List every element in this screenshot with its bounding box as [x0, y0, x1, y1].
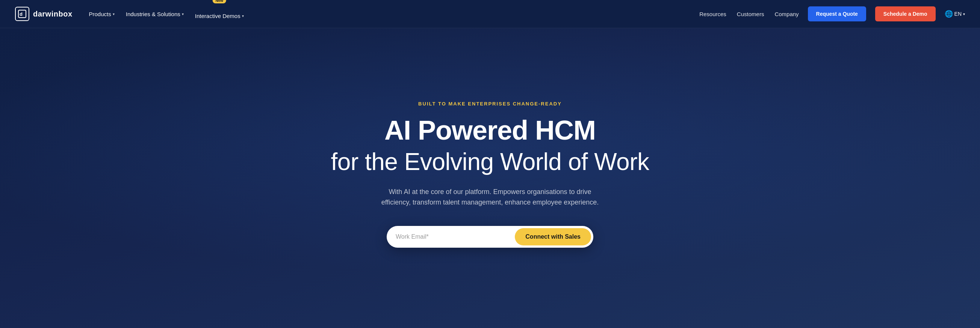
hero-description: With AI at the core of our platform. Emp… — [377, 187, 603, 208]
nav-customers[interactable]: Customers — [737, 11, 764, 17]
nav-right-links: Resources Customers Company — [699, 11, 799, 17]
navbar-left: d darwinbox Products ▾ Industries & Solu… — [15, 6, 248, 22]
language-selector[interactable]: 🌐 EN ▾ — [945, 10, 965, 18]
navbar-right: Resources Customers Company Request a Qu… — [699, 6, 965, 21]
svg-text:d: d — [19, 11, 22, 17]
nav-items: Products ▾ Industries & Solutions ▾ New … — [84, 6, 248, 22]
hero-eyebrow: BUILT TO MAKE ENTERPRISES CHANGE-READY — [331, 101, 649, 106]
interactive-demos-label: Interactive Demos — [195, 13, 240, 19]
schedule-demo-button[interactable]: Schedule a Demo — [875, 6, 935, 21]
work-email-input[interactable] — [396, 228, 515, 246]
logo-text: darwinbox — [33, 10, 73, 18]
hero-section: BUILT TO MAKE ENTERPRISES CHANGE-READY A… — [0, 28, 980, 328]
products-chevron-icon: ▾ — [113, 12, 115, 16]
industries-chevron-icon: ▾ — [182, 12, 184, 16]
connect-with-sales-button[interactable]: Connect with Sales — [515, 228, 591, 246]
products-label: Products — [89, 11, 111, 17]
hero-content: BUILT TO MAKE ENTERPRISES CHANGE-READY A… — [331, 101, 649, 248]
lang-chevron-icon: ▾ — [963, 12, 965, 16]
hero-title-line2: for the Evolving World of Work — [331, 148, 649, 176]
hero-title-line1: AI Powered HCM — [331, 116, 649, 145]
nav-item-interactive-demos[interactable]: New Interactive Demos ▾ — [191, 6, 248, 22]
nav-company[interactable]: Company — [775, 11, 799, 17]
nav-item-products[interactable]: Products ▾ — [84, 8, 119, 20]
new-badge: New — [212, 0, 226, 3]
industries-label: Industries & Solutions — [126, 11, 180, 17]
lang-label: EN — [955, 11, 962, 17]
hero-email-form: Connect with Sales — [387, 226, 593, 248]
request-quote-button[interactable]: Request a Quote — [808, 6, 866, 21]
globe-icon: 🌐 — [945, 10, 953, 18]
logo-icon: d — [15, 7, 29, 21]
navbar: d darwinbox Products ▾ Industries & Solu… — [0, 0, 980, 28]
nav-item-industries[interactable]: Industries & Solutions ▾ — [121, 8, 188, 20]
nav-resources[interactable]: Resources — [699, 11, 726, 17]
interactive-demos-chevron-icon: ▾ — [242, 14, 244, 18]
logo[interactable]: d darwinbox — [15, 7, 73, 21]
